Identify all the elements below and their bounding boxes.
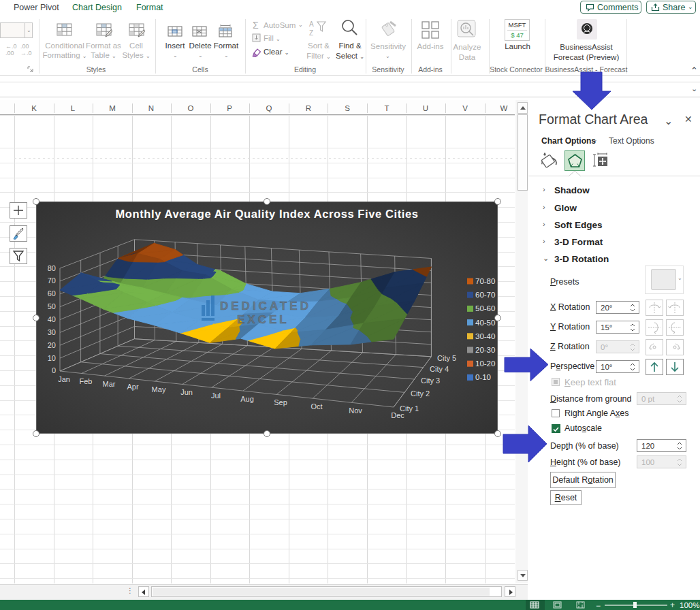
svg-text:60-70: 60-70 <box>475 291 495 299</box>
svg-text:70: 70 <box>48 276 56 285</box>
svg-text:Monthly Average Air Quality In: Monthly Average Air Quality Index Across… <box>115 208 418 220</box>
svg-text:Nov: Nov <box>349 406 362 415</box>
svg-text:City 5: City 5 <box>437 354 456 362</box>
svg-text:DEDICATED: DEDICATED <box>220 300 311 312</box>
svg-text:20-30: 20-30 <box>475 346 495 354</box>
svg-text:0-10: 0-10 <box>475 373 491 381</box>
svg-text:80: 80 <box>48 264 56 272</box>
svg-text:Sep: Sep <box>274 398 287 406</box>
svg-text:City 2: City 2 <box>411 389 430 398</box>
svg-text:Z: Z <box>309 29 313 37</box>
svg-text:40: 40 <box>48 315 56 323</box>
svg-text:Jan: Jan <box>58 375 70 383</box>
svg-text:20: 20 <box>48 341 56 349</box>
svg-text:10-20: 10-20 <box>475 359 495 368</box>
svg-text:50: 50 <box>48 302 56 310</box>
svg-text:City 4: City 4 <box>430 365 449 373</box>
svg-text:A: A <box>309 20 314 28</box>
svg-text:May: May <box>152 385 166 394</box>
svg-text:30-40: 30-40 <box>475 332 495 340</box>
svg-text:Jul: Jul <box>211 391 221 400</box>
svg-text:City 3: City 3 <box>421 376 440 385</box>
svg-text:City 1: City 1 <box>400 404 419 413</box>
svg-text:Mar: Mar <box>103 380 116 388</box>
svg-text:EXCEL: EXCEL <box>237 313 289 326</box>
svg-text:50-60: 50-60 <box>475 304 495 312</box>
svg-text:Jun: Jun <box>180 388 193 396</box>
svg-text:Apr: Apr <box>127 383 138 391</box>
svg-text:Feb: Feb <box>80 377 93 385</box>
svg-text:60: 60 <box>48 289 56 298</box>
svg-text:10: 10 <box>48 354 56 362</box>
svg-text:30: 30 <box>48 328 56 336</box>
svg-text:Aug: Aug <box>240 395 254 403</box>
svg-text:Oct: Oct <box>311 402 322 411</box>
svg-text:70-80: 70-80 <box>475 277 495 285</box>
svg-text:0: 0 <box>52 366 56 374</box>
svg-text:40-50: 40-50 <box>475 319 495 327</box>
